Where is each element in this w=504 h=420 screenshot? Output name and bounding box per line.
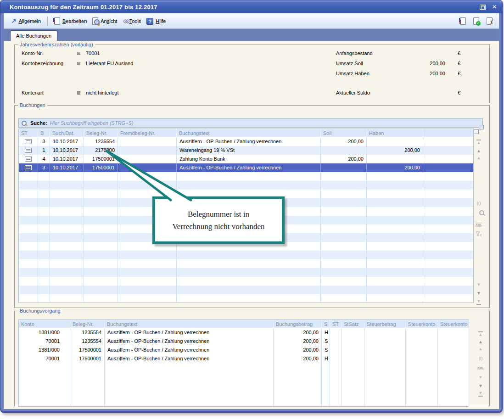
column-header[interactable]: ST xyxy=(19,129,38,137)
group-buchungen: Buchungen Suche: ST B Buch.Dat. Beleg-Nr… xyxy=(14,105,490,308)
table-row-empty xyxy=(19,259,473,268)
sigma-icon: Σ xyxy=(490,20,493,25)
scroll-last-icon[interactable]: ▼ xyxy=(476,391,486,397)
table-header: Konto Beleg-Nr. Buchungstext Buchungsbet… xyxy=(19,320,469,328)
toolbar-separator xyxy=(47,17,48,26)
table-row[interactable]: 1 10.10.2017 2178800 Wareneingang 19 % V… xyxy=(19,146,473,155)
sum-document-icon[interactable]: Σ xyxy=(487,17,493,25)
group-title: Jahresverkehrszahlen (vorläufig) xyxy=(18,42,95,47)
column-header[interactable]: S xyxy=(322,320,330,328)
scroll-last-icon[interactable]: ▼ xyxy=(474,299,484,305)
scroll-page-down-icon[interactable]: ▼ xyxy=(474,291,484,296)
callout-line1: Belegnummer ist in xyxy=(155,208,282,220)
check-document-icon[interactable]: ✓ xyxy=(473,17,479,25)
column-header[interactable]: Buchungstext xyxy=(105,320,274,328)
filter-icon[interactable] xyxy=(474,231,484,238)
table-row-empty xyxy=(19,398,469,407)
help-icon: ? xyxy=(146,18,153,25)
menu-allgemein[interactable]: ↗ Allgemein xyxy=(8,17,44,26)
bullet-icon xyxy=(77,62,80,65)
currency-symbol: € xyxy=(458,71,460,76)
bullet-icon xyxy=(77,52,80,55)
field-value: 70001 xyxy=(86,50,100,56)
column-header[interactable]: Steuerkonto 2 xyxy=(438,320,469,328)
search-label: Suche: xyxy=(30,120,47,126)
column-header[interactable]: Soll xyxy=(321,129,367,137)
menu-tools-label: Tools xyxy=(129,18,141,24)
buchungsvorgang-table: Konto Beleg-Nr. Buchungstext Buchungsbet… xyxy=(18,319,469,407)
menu-ansicht[interactable]: Ansicht xyxy=(90,16,120,26)
scroll-page-up-icon[interactable]: ▲ xyxy=(474,149,484,153)
tab-alle-buchungen[interactable]: Alle Buchungen xyxy=(10,30,57,41)
field-label: Konto-Nr. xyxy=(22,50,43,56)
table-row[interactable]: 3 10.10.2017 1235554 Ausziffern - OP-Buc… xyxy=(19,137,473,146)
menu-bearbeiten[interactable]: Bearbeiten xyxy=(51,16,90,26)
scroll-down-icon[interactable]: ▼ xyxy=(474,283,484,287)
group-buchungsvorgang: Buchungsvorgang Konto Beleg-Nr. Buchungs… xyxy=(14,311,490,406)
xml-export-icon[interactable]: XML xyxy=(477,366,484,370)
table-row-empty xyxy=(19,363,469,372)
table-row-empty xyxy=(19,381,469,389)
xml-export-icon[interactable]: XML xyxy=(476,223,482,227)
table-row-empty xyxy=(19,286,473,294)
group-brackets-icon[interactable]: (I) xyxy=(476,356,486,361)
search-input[interactable] xyxy=(50,120,480,126)
close-icon[interactable]: ✕ xyxy=(492,4,497,10)
column-header[interactable]: Steuerbetrag xyxy=(364,320,406,328)
column-header[interactable]: Beleg-Nr. xyxy=(70,320,105,328)
column-header[interactable]: ST xyxy=(330,320,342,328)
group-brackets-icon[interactable]: (I) xyxy=(474,201,484,206)
field-value: nicht hinterlegt xyxy=(86,90,119,95)
table-header: ST B Buch.Dat. Beleg-Nr. Fremdbeleg-Nr. … xyxy=(19,129,473,137)
field-value: 200,00 xyxy=(386,71,445,76)
table-row-empty xyxy=(19,181,473,190)
column-header[interactable]: Buchungsbetrag xyxy=(274,320,322,328)
field-label: Umsatz Soll xyxy=(336,61,363,66)
content-panel: Jahresverkehrszahlen (vorläufig) Konto-N… xyxy=(4,41,499,409)
menu-hilfe[interactable]: ? Hilfe xyxy=(144,17,168,26)
view-magnifier-icon xyxy=(92,17,98,25)
table-row-selected[interactable]: 3 10.10.2017 17500001 Ausziffern - OP-Bu… xyxy=(19,163,473,172)
annotation-callout: Belegnummer ist in Verrechnung nicht vor… xyxy=(152,196,285,244)
field-label: Umsatz Haben xyxy=(336,71,370,76)
column-header[interactable]: Konto xyxy=(19,320,70,328)
column-header[interactable]: B xyxy=(38,129,50,137)
column-header[interactable]: Buch.Dat. xyxy=(50,129,84,137)
currency-symbol: € xyxy=(458,61,460,66)
restore-icon[interactable] xyxy=(480,5,486,10)
group-title: Buchungen xyxy=(18,102,47,108)
design-document-icon[interactable] xyxy=(460,17,466,25)
column-header[interactable]: Haben xyxy=(367,129,423,137)
scroll-down-icon[interactable]: ▼ xyxy=(476,375,486,380)
scroll-up-icon[interactable]: ▲ xyxy=(474,156,484,160)
menu-tools[interactable]: ⚙⚙ Tools xyxy=(120,17,144,26)
column-header[interactable]: Buchungstext xyxy=(177,129,321,137)
currency-symbol: € xyxy=(458,50,460,56)
table-row-empty xyxy=(19,251,473,259)
window-title: Kontoauszug für den Zeitraum 01.2017 bis… xyxy=(10,4,157,11)
menu-bearbeiten-label: Bearbeiten xyxy=(62,18,87,24)
column-header[interactable]: Steuerkonto 1 xyxy=(406,320,438,328)
column-header[interactable]: StSatz xyxy=(342,320,364,328)
table-row-empty xyxy=(19,277,473,286)
scroll-first-icon[interactable]: ▲ xyxy=(474,140,484,145)
table-row[interactable]: 4 10.10.2017 17500001 Zahlung Konto Bank… xyxy=(19,155,473,163)
scroll-first-icon[interactable]: ▲ xyxy=(476,331,486,337)
column-header xyxy=(423,129,473,137)
column-header[interactable]: Fremdbeleg-Nr. xyxy=(118,129,177,137)
tab-strip: Alle Buchungen xyxy=(4,29,499,41)
scroll-page-down-icon[interactable]: ▼ xyxy=(476,384,486,388)
table-row[interactable]: 1381/000 17500001 Ausziffern - OP-Buchen… xyxy=(19,346,469,354)
table-row-empty xyxy=(19,294,473,303)
app-window: Kontoauszug für den Zeitraum 01.2017 bis… xyxy=(0,0,503,413)
table-row[interactable]: 70001 1235554 Ausziffern - OP-Buchen / Z… xyxy=(19,337,469,346)
scroll-up-icon[interactable]: ▲ xyxy=(476,347,486,351)
table-row[interactable]: 1381/000 1235554 Ausziffern - OP-Buchen … xyxy=(19,328,469,337)
toolbar: ↗ Allgemein Bearbeiten Ansicht ⚙⚙ Tools … xyxy=(4,13,499,29)
table-row-empty xyxy=(19,372,469,381)
record-type-icon xyxy=(25,157,32,162)
column-header[interactable]: Beleg-Nr. xyxy=(84,129,118,137)
table-row[interactable]: 70001 17500001 Ausziffern - OP-Buchen / … xyxy=(19,354,469,363)
scroll-page-up-icon[interactable]: ▲ xyxy=(476,340,486,344)
table-body: 1381/000 1235554 Ausziffern - OP-Buchen … xyxy=(19,328,469,407)
